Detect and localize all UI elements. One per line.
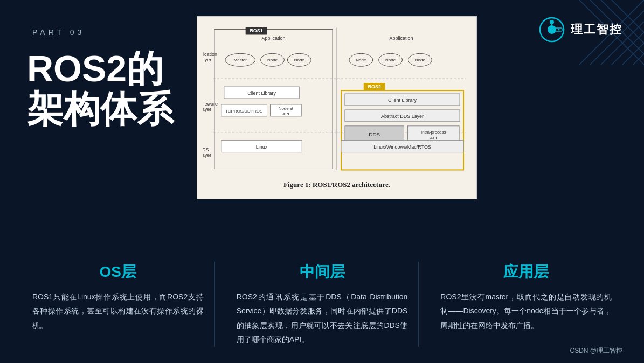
main-title: ROS2的 架构体系 [27,48,174,129]
svg-text:Middleware: Middleware [203,101,218,107]
svg-text:OS: OS [203,147,209,152]
csdn-label: CSDN @理工智控 [570,346,622,355]
svg-point-15 [558,29,560,31]
svg-text:DDS: DDS [369,131,380,137]
svg-point-12 [550,20,554,24]
svg-text:Layer: Layer [203,57,211,62]
svg-text:Nodelet: Nodelet [279,106,294,111]
os-body: ROS1只能在Linux操作系统上使用，而ROS2支持各种操作系统，甚至可以构建… [32,290,204,333]
logo-area: 理工智控 [538,16,622,43]
svg-text:Node: Node [294,58,305,62]
middleware-section: 中间层 ROS2的通讯系统是基于DDS（Data Distribution Se… [226,262,419,347]
svg-text:Node: Node [356,58,366,62]
svg-text:Node: Node [267,58,278,62]
svg-text:ROS2: ROS2 [368,84,381,89]
os-section: OS层 ROS1只能在Linux操作系统上使用，而ROS2支持各种操作系统，甚至… [22,262,215,347]
svg-text:Application: Application [203,52,217,57]
svg-point-11 [548,25,556,34]
middleware-title: 中间层 [237,262,408,282]
svg-text:Node: Node [385,58,396,62]
svg-line-5 [633,54,644,65]
os-title: OS层 [32,262,204,282]
svg-text:Client Library: Client Library [388,97,417,103]
svg-text:Layer: Layer [203,152,211,158]
svg-text:Linux/Windows/Mac/RTOS: Linux/Windows/Mac/RTOS [373,144,431,150]
svg-text:Application: Application [390,36,413,41]
svg-text:Layer: Layer [203,107,211,112]
svg-text:API: API [282,111,289,116]
svg-text:Abstract DDS Layer: Abstract DDS Layer [381,114,424,119]
app-section: 应用层 ROS2里没有master，取而代之的是自动发现的机制——Discove… [430,262,622,347]
logo-icon [538,16,565,43]
svg-text:TCPROS/UDPROS: TCPROS/UDPROS [225,109,262,114]
diagram-caption: Figure 1: ROS1/ROS2 architecture. [203,180,471,189]
svg-text:Client Library: Client Library [247,90,276,96]
app-title: 应用层 [440,262,612,282]
svg-text:Master: Master [234,58,247,62]
app-body: ROS2里没有master，取而代之的是自动发现的机制——Discovery。每… [440,290,612,333]
diagram-inner: Application Layer Middleware Layer OS La… [203,22,471,178]
part-label: PART 03 [32,28,85,37]
svg-text:Intra-process: Intra-process [421,130,446,135]
svg-text:Application: Application [262,36,286,41]
bottom-sections: OS层 ROS1只能在Linux操作系统上使用，而ROS2支持各种操作系统，甚至… [0,262,644,347]
logo-text: 理工智控 [571,22,622,38]
diagram-svg: Application Layer Middleware Layer OS La… [203,22,471,178]
svg-text:ROS1: ROS1 [250,29,262,34]
svg-text:API: API [430,136,437,141]
svg-line-4 [622,43,644,65]
middleware-body: ROS2的通讯系统是基于DDS（Data Distribution Servic… [237,290,408,347]
svg-text:Linux: Linux [256,144,268,150]
svg-text:Node: Node [415,58,426,62]
diagram-container: Application Layer Middleware Layer OS La… [197,16,477,199]
